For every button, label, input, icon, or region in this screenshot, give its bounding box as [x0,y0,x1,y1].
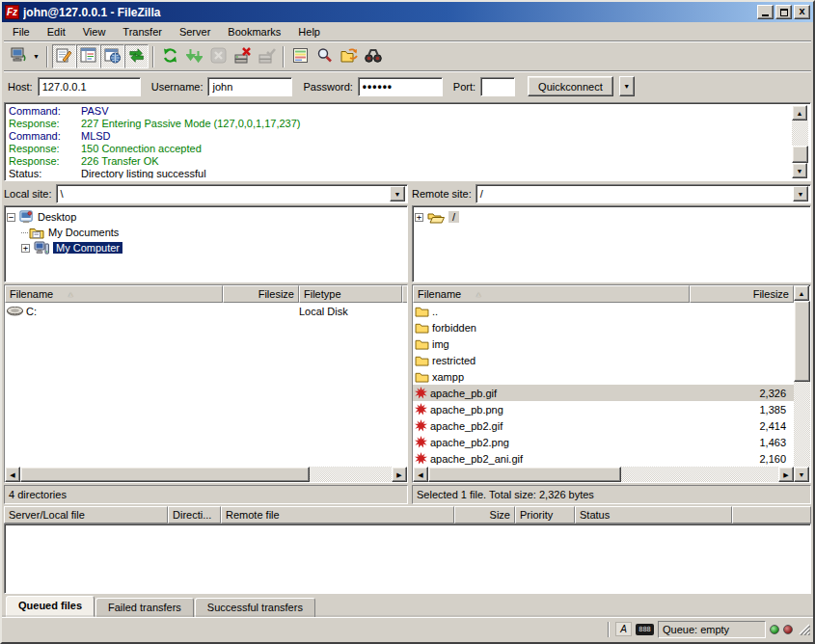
tree-item-my-computer[interactable]: + My Computer [7,240,405,255]
minimize-button[interactable] [757,5,774,19]
quickconnect-button[interactable]: Quickconnect [528,76,613,96]
tree-item-desktop[interactable]: − Desktop [7,209,405,225]
host-input[interactable] [38,77,141,96]
tab-queued-files[interactable]: Queued files [6,596,95,617]
local-list-body: C: Local Disk [5,303,407,467]
transfer-type-indicator-icon[interactable]: A [615,622,632,636]
tab-failed-transfers[interactable]: Failed transfers [95,598,194,617]
scroll-down-button[interactable]: ▼ [794,467,809,482]
column-filename[interactable]: Filename▲ [5,285,223,303]
menu-help[interactable]: Help [289,24,329,40]
scroll-thumb[interactable] [792,146,808,163]
log-line: Command:PASV [7,105,792,118]
chevron-down-icon[interactable]: ▼ [793,186,808,201]
column-size[interactable]: Size [454,506,515,523]
port-input[interactable] [480,77,515,96]
find-files-button[interactable] [361,44,385,68]
directory-comparison-button[interactable] [288,44,312,68]
toggle-local-tree-button[interactable] [76,44,100,68]
remote-pane: Remote site: / ▼ + / Filename▲ [412,182,811,504]
process-queue-icon [186,47,203,66]
file-row[interactable]: img [413,335,794,352]
log-scrollbar[interactable]: ▲ ▼ [792,105,808,178]
menu-bookmarks[interactable]: Bookmarks [219,24,289,40]
column-server-local-file[interactable]: Server/Local file [4,506,168,523]
column-filename[interactable]: Filename▲ [413,285,690,303]
scroll-right-button[interactable]: ▶ [392,467,407,482]
synchronized-browsing-button[interactable] [337,44,361,68]
expand-icon[interactable]: + [415,213,423,222]
column-status[interactable]: Status [575,506,732,523]
scroll-track[interactable] [794,382,810,467]
queue-body[interactable] [4,523,811,594]
file-row[interactable]: apache_pb2.png1,463 [413,434,794,450]
close-button[interactable]: x [794,5,810,19]
remote-treeview-icon [104,47,121,66]
file-row[interactable]: forbidden [413,319,794,335]
tab-successful-transfers[interactable]: Successful transfers [195,598,315,617]
menu-view[interactable]: View [74,24,115,40]
local-horizontal-scrollbar[interactable]: ◀ ▶ [5,467,407,482]
menu-file[interactable]: File [4,24,39,40]
quickconnect-dropdown[interactable]: ▼ [619,76,635,96]
file-row[interactable]: apache_pb2.gif2,414 [413,417,794,434]
scroll-thumb[interactable] [428,467,621,482]
column-filesize[interactable]: Filesize [223,285,299,303]
scroll-down-button[interactable]: ▼ [792,163,807,178]
collapse-icon[interactable]: − [7,213,15,222]
file-row[interactable]: xampp [413,368,794,385]
reconnect-button[interactable] [255,44,279,68]
file-row-selected[interactable]: apache_pb.gif2,326 [413,385,794,401]
scroll-thumb[interactable] [794,301,810,382]
menu-transfer[interactable]: Transfer [114,24,171,40]
process-queue-button[interactable] [182,44,206,68]
remote-horizontal-scrollbar[interactable]: ◀ ▶ [413,467,794,482]
log-line: Response:227 Entering Passive Mode (127,… [7,118,792,130]
column-priority[interactable]: Priority [515,506,575,523]
scroll-left-button[interactable]: ◀ [413,467,428,482]
menu-edit[interactable]: Edit [39,24,74,40]
password-input[interactable] [358,77,443,96]
file-row[interactable]: apache_pb2_ani.gif2,160 [413,450,794,467]
column-filetype[interactable]: Filetype [299,285,402,303]
column-remote-file[interactable]: Remote file [221,506,454,523]
maximize-button[interactable] [775,5,792,19]
cancel-button[interactable] [206,44,231,68]
file-row[interactable]: restricted [413,352,794,368]
column-direction[interactable]: Directi... [168,506,221,523]
resize-grip[interactable] [797,622,810,637]
toggle-log-button[interactable] [52,44,76,68]
file-row[interactable]: apache_pb.png1,385 [413,401,794,417]
tree-item-my-documents[interactable]: My Documents [7,225,405,240]
scroll-track[interactable] [621,467,778,482]
refresh-button[interactable] [158,44,182,68]
scroll-right-button[interactable]: ▶ [778,467,794,482]
port-label: Port: [453,81,475,93]
file-row[interactable]: .. [413,303,794,319]
scroll-track[interactable] [792,121,808,146]
chevron-down-icon[interactable]: ▼ [390,186,405,201]
site-manager-button[interactable] [6,44,30,68]
file-row-c-drive[interactable]: C: Local Disk [5,303,407,319]
filter-button[interactable] [312,44,337,68]
toggle-remote-tree-button[interactable] [100,44,124,68]
username-input[interactable] [207,77,292,96]
image-file-icon [415,387,427,399]
scroll-up-button[interactable]: ▲ [794,285,809,301]
menu-server[interactable]: Server [171,24,219,40]
remote-vertical-scrollbar[interactable]: ▲ ▼ [794,285,810,482]
scroll-left-button[interactable]: ◀ [5,467,20,482]
toggle-queue-button[interactable] [124,44,149,68]
column-filesize[interactable]: Filesize [690,285,794,303]
remote-site-combo[interactable]: / ▼ [475,184,811,203]
speed-limit-indicator-icon[interactable]: 888 [636,624,654,635]
scroll-thumb[interactable] [20,467,310,482]
scroll-up-button[interactable]: ▲ [792,105,807,121]
disconnect-button[interactable] [231,44,255,68]
site-manager-dropdown[interactable]: ▼ [30,44,42,68]
local-site-value: \ [61,188,390,200]
tree-item-root[interactable]: + / [415,209,808,225]
local-site-combo[interactable]: \ ▼ [56,184,408,203]
expand-icon[interactable]: + [21,244,30,253]
scroll-track[interactable] [310,467,392,482]
